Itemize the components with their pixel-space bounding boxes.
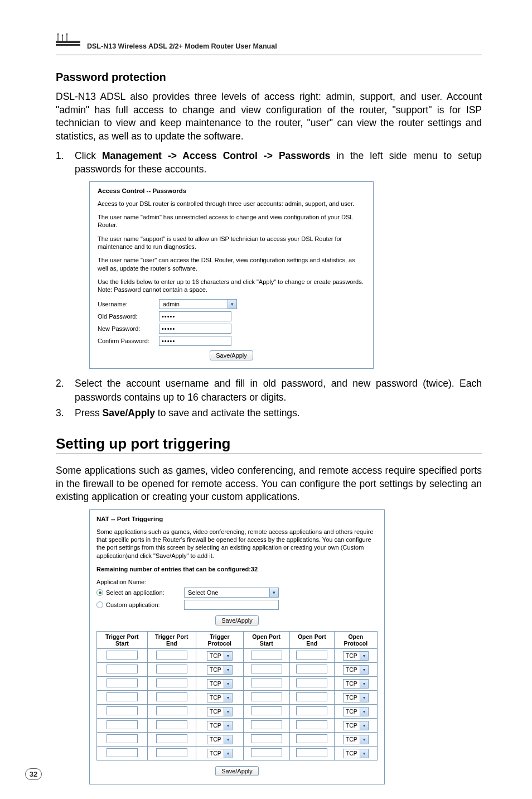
trigger-protocol-select[interactable]: TCP▾ (207, 749, 233, 758)
open-port-end-input[interactable] (296, 678, 327, 687)
trigger-port-start-input[interactable] (107, 692, 138, 701)
step-3: 3. Press Save/Apply to save and activate… (56, 406, 482, 420)
open-port-start-input[interactable] (251, 748, 282, 757)
shot1-p5: Use the fields below to enter up to 16 c… (98, 278, 365, 294)
screenshot-port-triggering: NAT -- Port Triggering Some applications… (89, 509, 482, 785)
open-port-start-input[interactable] (251, 734, 282, 743)
custom-application-input[interactable] (184, 600, 279, 610)
old-password-input[interactable]: ••••• (159, 311, 231, 321)
shot1-heading: Access Control -- Passwords (98, 187, 365, 194)
section-port-triggering-intro: Some applications such as games, video c… (56, 464, 482, 504)
chevron-down-icon: ▾ (228, 300, 236, 309)
chevron-down-icon: ▾ (360, 735, 368, 744)
radio2-label: Custom application: (106, 601, 184, 608)
trigger-port-end-input[interactable] (156, 692, 187, 701)
radio-custom-application[interactable]: Custom application: (96, 600, 378, 610)
trigger-port-end-input[interactable] (156, 706, 187, 715)
shot2-p1: Some applications such as games, video c… (96, 528, 378, 560)
username-label: Username: (98, 301, 159, 307)
open-port-start-input[interactable] (251, 706, 282, 715)
application-select[interactable]: Select One ▾ (184, 588, 279, 598)
trigger-port-start-input[interactable] (107, 720, 138, 729)
trigger-port-end-input[interactable] (156, 734, 187, 743)
trigger-protocol-select[interactable]: TCP▾ (207, 665, 233, 675)
th-trigger-protocol: Trigger Protocol (196, 632, 243, 649)
step3-bold: Save/Apply (103, 407, 155, 418)
chevron-down-icon: ▾ (360, 749, 368, 758)
open-port-start-input[interactable] (251, 692, 282, 701)
step-1: 1. Click Management -> Access Control ->… (56, 149, 482, 176)
trigger-protocol-select[interactable]: TCP▾ (207, 693, 233, 702)
step-3-number: 3. (56, 406, 75, 420)
username-select[interactable]: admin ▾ (159, 299, 237, 309)
open-port-start-input[interactable] (251, 720, 282, 729)
page-number: 32 (25, 768, 42, 780)
th-open-protocol: Open Protocol (334, 632, 377, 649)
save-apply-button[interactable]: Save/Apply (215, 615, 259, 625)
step3-post: to save and activate the settings. (155, 407, 300, 418)
step1-pre: Click (75, 150, 102, 161)
new-password-input[interactable]: ••••• (159, 324, 231, 334)
open-port-start-input[interactable] (251, 665, 282, 673)
table-row: TCP▾TCP▾ (97, 691, 378, 705)
trigger-protocol-select[interactable]: TCP▾ (207, 679, 233, 689)
table-row: TCP▾TCP▾ (97, 677, 378, 691)
trigger-protocol-select[interactable]: TCP▾ (207, 651, 233, 661)
trigger-port-start-input[interactable] (107, 706, 138, 715)
shot2-remaining: Remaining number of entries that can be … (96, 565, 378, 573)
trigger-protocol-select[interactable]: TCP▾ (207, 721, 233, 730)
open-port-start-input[interactable] (251, 651, 282, 660)
open-protocol-select[interactable]: TCP▾ (343, 693, 369, 702)
trigger-port-end-input[interactable] (156, 678, 187, 687)
open-protocol-select[interactable]: TCP▾ (343, 707, 369, 716)
trigger-port-end-input[interactable] (156, 720, 187, 729)
table-row: TCP▾TCP▾ (97, 719, 378, 733)
svg-point-4 (62, 35, 64, 36)
shot1-p2: The user name "admin" has unrestricted a… (98, 213, 365, 229)
open-port-end-input[interactable] (296, 734, 327, 743)
svg-rect-7 (56, 43, 80, 44)
trigger-port-start-input[interactable] (107, 651, 138, 660)
section-password-intro: DSL-N13 ADSL also provides three levels … (56, 90, 482, 143)
open-port-end-input[interactable] (296, 692, 327, 701)
new-password-label: New Password: (98, 325, 159, 332)
open-port-end-input[interactable] (296, 665, 327, 673)
open-protocol-select[interactable]: TCP▾ (343, 665, 369, 675)
confirm-password-value: ••••• (162, 338, 175, 344)
open-protocol-select[interactable]: TCP▾ (343, 721, 369, 730)
chevron-down-icon: ▾ (224, 749, 232, 758)
trigger-port-end-input[interactable] (156, 651, 187, 660)
confirm-password-label: Confirm Password: (98, 338, 159, 344)
chevron-down-icon: ▾ (224, 666, 232, 674)
trigger-port-end-input[interactable] (156, 665, 187, 673)
save-apply-button[interactable]: Save/Apply (210, 350, 253, 360)
trigger-protocol-select[interactable]: TCP▾ (207, 735, 233, 744)
trigger-port-start-input[interactable] (107, 748, 138, 757)
step-2: 2. Select the account username and fill … (56, 377, 482, 403)
open-port-end-input[interactable] (296, 651, 327, 660)
step-1-number: 1. (56, 149, 75, 176)
username-value: admin (159, 301, 183, 307)
th-trigger-port-end: Trigger Port End (147, 632, 196, 649)
open-port-end-input[interactable] (296, 720, 327, 729)
open-port-end-input[interactable] (296, 706, 327, 715)
old-password-value: ••••• (162, 313, 175, 320)
open-protocol-select[interactable]: TCP▾ (343, 679, 369, 689)
confirm-password-input[interactable]: ••••• (159, 336, 231, 346)
trigger-port-start-input[interactable] (107, 678, 138, 687)
open-protocol-select[interactable]: TCP▾ (343, 651, 369, 661)
chevron-down-icon: ▾ (224, 680, 232, 688)
svg-point-3 (57, 33, 59, 35)
open-protocol-select[interactable]: TCP▾ (343, 749, 369, 758)
chevron-down-icon: ▾ (224, 694, 232, 702)
trigger-port-start-input[interactable] (107, 665, 138, 673)
open-protocol-select[interactable]: TCP▾ (343, 735, 369, 744)
save-apply-button[interactable]: Save/Apply (215, 766, 259, 776)
trigger-port-start-input[interactable] (107, 734, 138, 743)
open-port-start-input[interactable] (251, 678, 282, 687)
shot1-p3: The user name "support" is used to allow… (98, 235, 365, 251)
trigger-port-end-input[interactable] (156, 748, 187, 757)
radio-select-application[interactable]: Select an application: Select One ▾ (96, 588, 378, 598)
open-port-end-input[interactable] (296, 748, 327, 757)
trigger-protocol-select[interactable]: TCP▾ (207, 707, 233, 716)
